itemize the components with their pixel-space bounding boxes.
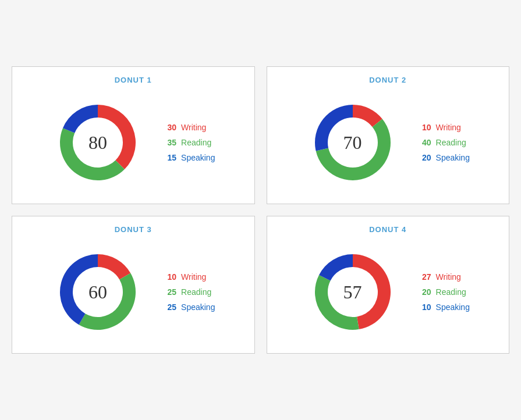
reading-label-donut2: Reading: [436, 138, 466, 147]
donut-chart-donut2: 70: [306, 96, 399, 189]
writing-value-donut2: 10: [417, 123, 431, 132]
legend-speaking-donut3: 25 Speaking: [162, 302, 215, 312]
legend-speaking-donut4: 10 Speaking: [417, 302, 470, 312]
speaking-value-donut4: 10: [417, 302, 431, 312]
card-title-donut1: DONUT 1: [115, 76, 152, 84]
speaking-label-donut3: Speaking: [181, 302, 215, 312]
donut-center-value-donut3: 60: [88, 282, 107, 303]
reading-label-donut3: Reading: [181, 287, 211, 297]
donut-center-value-donut2: 70: [343, 132, 362, 154]
writing-label-donut1: Writing: [181, 123, 206, 132]
card-title-donut3: DONUT 3: [115, 225, 152, 234]
card-body-donut3: 60 10 Writing 25 Reading 25 Speaking: [21, 240, 246, 344]
legend-speaking-donut2: 20 Speaking: [417, 153, 470, 162]
donut-chart-donut3: 60: [51, 245, 144, 339]
donut-chart-donut1: 80: [51, 96, 144, 189]
card-title-donut2: DONUT 2: [369, 76, 406, 84]
writing-value-donut3: 10: [162, 272, 176, 282]
card-body-donut2: 70 10 Writing 40 Reading 20 Speaking: [276, 90, 501, 195]
legend-reading-donut1: 35 Reading: [162, 138, 215, 147]
speaking-value-donut1: 15: [162, 153, 176, 162]
legend-speaking-donut1: 15 Speaking: [162, 153, 215, 162]
reading-label-donut1: Reading: [181, 138, 211, 147]
writing-value-donut4: 27: [417, 272, 431, 282]
speaking-value-donut3: 25: [162, 302, 176, 312]
card-donut3: DONUT 3 60 10 Writing 25 Reading 25 Spea…: [12, 216, 255, 354]
reading-value-donut4: 20: [417, 287, 431, 297]
legend-donut3: 10 Writing 25 Reading 25 Speaking: [162, 272, 215, 312]
speaking-label-donut1: Speaking: [181, 153, 215, 162]
reading-label-donut4: Reading: [436, 287, 466, 297]
legend-reading-donut4: 20 Reading: [417, 287, 470, 297]
reading-value-donut1: 35: [162, 138, 176, 147]
legend-writing-donut4: 27 Writing: [417, 272, 470, 282]
card-donut1: DONUT 1 80 30 Writing 35 Reading 15 Spea…: [12, 66, 255, 204]
legend-writing-donut3: 10 Writing: [162, 272, 215, 282]
legend-writing-donut1: 30 Writing: [162, 123, 215, 132]
donut-chart-donut4: 57: [306, 245, 399, 339]
speaking-label-donut2: Speaking: [436, 153, 470, 162]
writing-label-donut3: Writing: [181, 272, 206, 282]
reading-value-donut3: 25: [162, 287, 176, 297]
writing-label-donut4: Writing: [436, 272, 461, 282]
legend-reading-donut2: 40 Reading: [417, 138, 470, 147]
legend-writing-donut2: 10 Writing: [417, 123, 470, 132]
dashboard-grid: DONUT 1 80 30 Writing 35 Reading 15 Spea…: [12, 66, 509, 354]
card-body-donut1: 80 30 Writing 35 Reading 15 Speaking: [21, 90, 246, 195]
writing-label-donut2: Writing: [436, 123, 461, 132]
speaking-label-donut4: Speaking: [436, 302, 470, 312]
card-donut2: DONUT 2 70 10 Writing 40 Reading 20 Spea…: [267, 66, 510, 204]
card-title-donut4: DONUT 4: [369, 225, 406, 234]
legend-donut4: 27 Writing 20 Reading 10 Speaking: [417, 272, 470, 312]
speaking-value-donut2: 20: [417, 153, 431, 162]
donut-center-value-donut1: 80: [88, 132, 107, 154]
legend-donut2: 10 Writing 40 Reading 20 Speaking: [417, 123, 470, 162]
legend-donut1: 30 Writing 35 Reading 15 Speaking: [162, 123, 215, 162]
card-donut4: DONUT 4 57 27 Writing 20 Reading 10 Spea…: [267, 216, 510, 354]
card-body-donut4: 57 27 Writing 20 Reading 10 Speaking: [276, 240, 501, 344]
writing-value-donut1: 30: [162, 123, 176, 132]
legend-reading-donut3: 25 Reading: [162, 287, 215, 297]
donut-center-value-donut4: 57: [343, 282, 362, 303]
reading-value-donut2: 40: [417, 138, 431, 147]
